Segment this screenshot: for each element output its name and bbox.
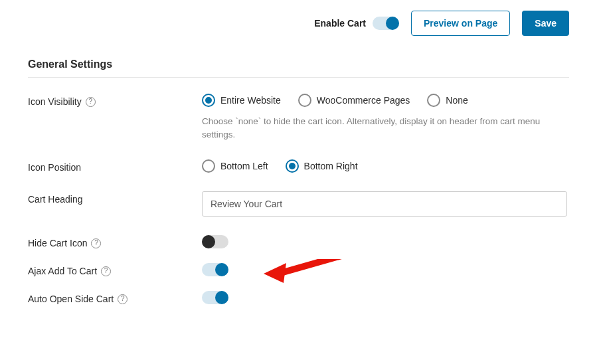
enable-cart-toggle[interactable] xyxy=(373,17,399,30)
auto-open-toggle[interactable] xyxy=(202,291,228,304)
help-icon[interactable]: ? xyxy=(91,238,101,248)
radio-entire-website[interactable]: Entire Website xyxy=(202,94,281,107)
icon-visibility-radios: Entire Website WooCommerce Pages None xyxy=(202,94,569,107)
radio-none[interactable]: None xyxy=(427,94,468,107)
field-cart-heading xyxy=(202,191,569,217)
row-ajax-add-to-cart: Ajax Add To Cart ? xyxy=(28,263,569,276)
label-hide-cart-icon: Hide Cart Icon ? xyxy=(28,235,202,248)
preview-button[interactable]: Preview on Page xyxy=(411,11,510,36)
radio-label: None xyxy=(446,95,468,106)
icon-visibility-label: Icon Visibility xyxy=(28,96,82,107)
radio-label: WooCommerce Pages xyxy=(317,95,410,106)
field-icon-position: Bottom Left Bottom Right xyxy=(202,159,569,173)
radio-bottom-right[interactable]: Bottom Right xyxy=(286,159,358,173)
radio-woocommerce-pages[interactable]: WooCommerce Pages xyxy=(298,94,410,107)
radio-circle-icon xyxy=(202,94,215,107)
label-icon-visibility: Icon Visibility ? xyxy=(28,94,202,107)
radio-label: Entire Website xyxy=(220,95,281,106)
label-ajax-add-to-cart: Ajax Add To Cart ? xyxy=(28,263,202,276)
field-auto-open xyxy=(202,291,569,304)
auto-open-label: Auto Open Side Cart xyxy=(28,294,114,304)
label-auto-open: Auto Open Side Cart ? xyxy=(28,291,202,304)
help-icon[interactable]: ? xyxy=(101,266,111,276)
label-icon-position: Icon Position xyxy=(28,159,202,173)
row-icon-visibility: Icon Visibility ? Entire Website WooComm… xyxy=(28,94,569,141)
radio-circle-icon xyxy=(286,159,299,173)
hide-cart-icon-toggle[interactable] xyxy=(202,235,228,248)
top-bar: Enable Cart Preview on Page Save xyxy=(28,11,569,36)
radio-label: Bottom Left xyxy=(220,161,268,171)
row-auto-open-side-cart: Auto Open Side Cart ? xyxy=(28,291,569,304)
icon-position-radios: Bottom Left Bottom Right xyxy=(202,159,569,173)
label-cart-heading: Cart Heading xyxy=(28,191,202,205)
ajax-add-label: Ajax Add To Cart xyxy=(28,266,97,276)
radio-circle-icon xyxy=(298,94,311,107)
hide-cart-icon-label: Hide Cart Icon xyxy=(28,238,87,248)
save-button[interactable]: Save xyxy=(522,11,569,36)
radio-bottom-left[interactable]: Bottom Left xyxy=(202,159,268,173)
cart-heading-input[interactable] xyxy=(202,191,567,217)
help-icon[interactable]: ? xyxy=(118,294,128,304)
icon-position-label: Icon Position xyxy=(28,162,81,173)
radio-circle-icon xyxy=(202,159,215,173)
enable-cart-group: Enable Cart xyxy=(314,17,399,30)
section-title: General Settings xyxy=(28,58,569,78)
row-icon-position: Icon Position Bottom Left Bottom Right xyxy=(28,159,569,173)
cart-heading-label: Cart Heading xyxy=(28,194,83,205)
field-ajax-add-to-cart xyxy=(202,263,569,276)
help-icon[interactable]: ? xyxy=(86,97,96,107)
row-hide-cart-icon: Hide Cart Icon ? xyxy=(28,235,569,248)
enable-cart-label: Enable Cart xyxy=(314,18,366,29)
row-cart-heading: Cart Heading xyxy=(28,191,569,217)
ajax-add-toggle[interactable] xyxy=(202,263,228,276)
radio-circle-icon xyxy=(427,94,440,107)
radio-label: Bottom Right xyxy=(304,161,358,171)
icon-visibility-desc: Choose `none` to hide the cart icon. Alt… xyxy=(202,115,547,141)
field-hide-cart-icon xyxy=(202,235,569,248)
field-icon-visibility: Entire Website WooCommerce Pages None Ch… xyxy=(202,94,569,141)
